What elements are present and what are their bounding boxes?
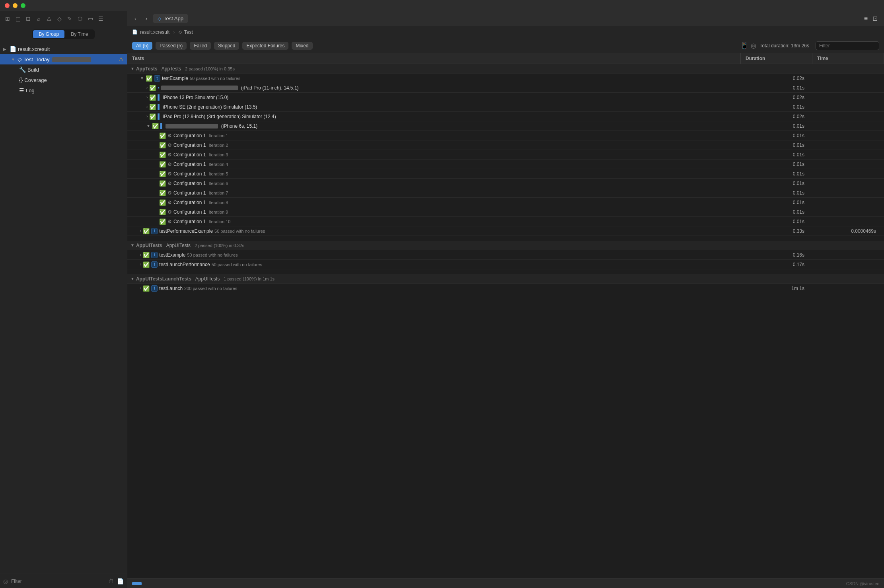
config-cell: ✅ ⚙ Configuration 1 Iteration 1 [127, 131, 741, 140]
sidebar-toggle-icon[interactable]: ◫ [14, 14, 22, 23]
chevron-right-icon[interactable]: ▼ [140, 76, 144, 80]
spacer [127, 236, 884, 241]
time-cell [812, 144, 884, 146]
sidebar-item-build[interactable]: 🔧 Build [0, 64, 127, 75]
device-cell: › ✅ ▌ iPad Pro (12.9-inch) (3rd generati… [127, 112, 741, 121]
chevron-right-icon[interactable]: › [146, 95, 148, 99]
sidebar-item-log[interactable]: ☰ Log [0, 85, 127, 95]
test-row: ✅ ⚙ Configuration 1 Iteration 7 0.01s [127, 188, 884, 198]
config-name: Configuration 1 [173, 200, 206, 205]
chevron-right-icon[interactable]: › [140, 229, 141, 233]
tab-diamond-icon: ◇ [158, 16, 161, 21]
duration-cell [741, 244, 812, 247]
group-class-label: AppUITests [193, 276, 220, 282]
coverage-icon: {} [19, 77, 23, 83]
filter-tab-passed[interactable]: Passed (5) [156, 42, 187, 50]
diamond-icon[interactable]: ◇ [55, 14, 64, 23]
forward-button[interactable]: › [142, 14, 151, 23]
filter-input[interactable] [816, 41, 879, 50]
time-cell [812, 106, 884, 108]
iteration-meta: Iteration 3 [207, 152, 228, 157]
chevron-right-icon[interactable]: › [140, 262, 141, 267]
spacer [127, 269, 884, 274]
minimize-button[interactable] [13, 3, 18, 8]
device-name-suffix: (iPad Pro (11-inch), 14.5.1) [239, 85, 298, 91]
iteration-meta: Iteration 6 [207, 181, 228, 186]
config-cell: ✅ ⚙ Configuration 1 Iteration 3 [127, 150, 741, 159]
hamburger-icon[interactable]: ≡ [864, 15, 868, 22]
chevron-down-icon[interactable]: ▼ [130, 243, 134, 247]
chevron-down-icon[interactable]: ▼ [130, 66, 134, 71]
pass-icon: ✅ [159, 171, 166, 177]
test-row: › ✅ ▌ iPhone 13 Pro Simulator (15.0) 0.0… [127, 93, 884, 102]
time-cell [812, 77, 884, 80]
time-cell [812, 254, 884, 256]
chevron-down-icon[interactable]: ▼ [146, 124, 150, 128]
config-name: Configuration 1 [173, 162, 206, 167]
tag-icon[interactable]: ⬡ [76, 14, 84, 23]
filter-tab-all[interactable]: All (5) [132, 42, 152, 50]
sidebar-item-label: Coverage [24, 77, 124, 83]
warning-icon[interactable]: ⚠ [45, 14, 53, 23]
filter-tab-skipped[interactable]: Skipped [214, 42, 239, 50]
clock-icon[interactable]: ⏱ [108, 578, 114, 584]
sidebar-item-result[interactable]: ▶ 📄 result.xcresult [0, 44, 127, 54]
sidebar-item-label: Test Today, ████████ [23, 56, 117, 62]
gear-icon: ⚙ [167, 209, 172, 215]
config-name: Configuration 1 [173, 171, 206, 177]
close-button[interactable] [5, 3, 10, 8]
main-content: ‹ › ◇ Test App ≡ ⊡ 📄 result.xcresult › ◇… [127, 11, 884, 588]
test-meta: 50 passed with no failures [190, 76, 240, 81]
rect-icon[interactable]: ▭ [86, 14, 95, 23]
pass-icon: ✅ [143, 285, 150, 292]
config-cell: ✅ ⚙ Configuration 1 Iteration 7 [127, 189, 741, 197]
pass-icon: ✅ [143, 261, 150, 268]
filter-tab-failed[interactable]: Failed [190, 42, 211, 50]
test-row: ▼ ✅ t testExample 50 passed with no fail… [127, 74, 884, 83]
chevron-right-icon[interactable]: › [146, 105, 148, 109]
test-row: ✅ ⚙ Configuration 1 Iteration 4 0.01s [127, 160, 884, 169]
gear-icon: ⚙ [167, 171, 172, 177]
pass-icon: ✅ [146, 75, 152, 82]
chevron-down-icon[interactable]: ▼ [130, 276, 134, 281]
duration-cell: 0.02s [741, 113, 812, 121]
pass-icon: ✅ [159, 132, 166, 139]
time-cell [812, 192, 884, 194]
chevron-right-icon[interactable]: › [146, 114, 148, 119]
sidebar-item-test[interactable]: ▼ ◇ Test Today, ████████ ⚠ [0, 54, 127, 64]
chevron-right-icon[interactable]: › [140, 286, 141, 290]
sidebar-right-icon[interactable]: ⊡ [872, 15, 878, 22]
t-badge: t [151, 285, 158, 292]
location-icon[interactable]: ◎ [751, 42, 756, 49]
chevron-right-icon[interactable]: › [146, 86, 148, 90]
maximize-button[interactable] [21, 3, 25, 8]
layout-icon[interactable]: ⊟ [24, 14, 33, 23]
doc-icon[interactable]: 📄 [117, 578, 124, 584]
config-cell: ✅ ⚙ Configuration 1 Iteration 2 [127, 141, 741, 150]
chevron-right-icon[interactable]: › [140, 253, 141, 257]
list-icon[interactable]: ☰ [96, 14, 105, 23]
header-time: Time [812, 53, 884, 64]
by-group-button[interactable]: By Group [33, 30, 64, 38]
sidebar-item-coverage[interactable]: {} Coverage [0, 75, 127, 85]
filter-tab-mixed[interactable]: Mixed [292, 42, 312, 50]
time-cell: 0.0000469s [812, 227, 884, 235]
duration-cell: 0.01s [741, 179, 812, 187]
duration-cell: 0.17s [741, 261, 812, 269]
iteration-meta: Iteration 8 [207, 200, 228, 205]
config-cell: ✅ ⚙ Configuration 1 Iteration 8 [127, 198, 741, 207]
breadcrumb-separator: › [172, 29, 176, 35]
breadcrumb-file[interactable]: result.xcresult [140, 29, 169, 35]
duration-cell [741, 68, 812, 70]
brush-icon[interactable]: ✎ [65, 14, 74, 23]
time-cell [812, 125, 884, 127]
back-button[interactable]: ‹ [130, 14, 140, 23]
by-time-button[interactable]: By Time [65, 30, 93, 38]
filter-tab-expected[interactable]: Expected Failures [242, 42, 288, 50]
phone-icon[interactable]: 📱 [740, 42, 748, 49]
grid-icon[interactable]: ⊞ [3, 14, 12, 23]
search-icon[interactable]: ⌕ [34, 14, 43, 23]
test-row: ✅ ⚙ Configuration 1 Iteration 2 0.01s [127, 140, 884, 150]
active-tab[interactable]: ◇ Test App [153, 14, 188, 23]
pass-icon: ✅ [143, 252, 150, 258]
